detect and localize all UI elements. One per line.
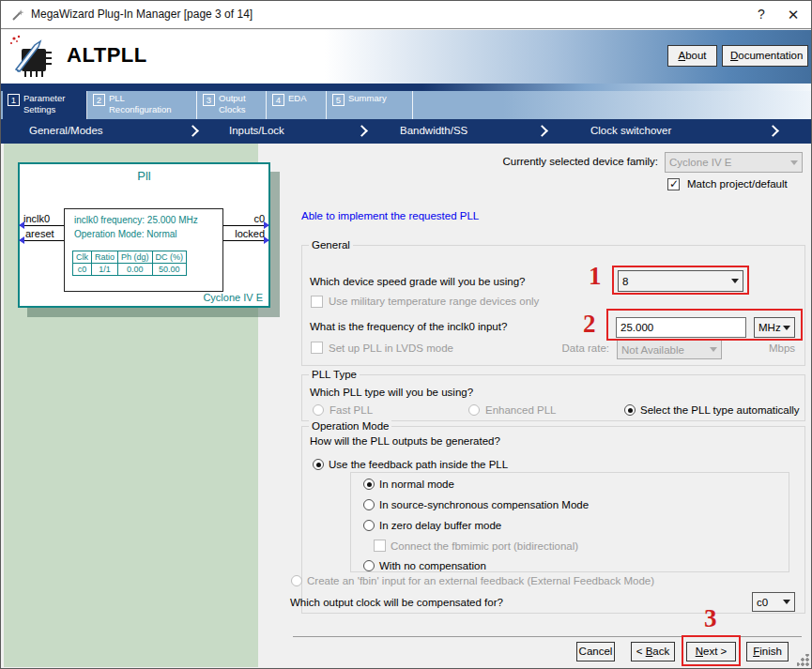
pll-instance-name: Pll	[20, 169, 268, 183]
normal-mode-label: In normal mode	[379, 479, 454, 490]
fbin-radio	[291, 575, 302, 586]
speed-grade-question: Which device speed grade will you be usi…	[310, 276, 526, 287]
enhanced-pll-label: Enhanced PLL	[485, 404, 556, 416]
feedback-path-radio[interactable]	[313, 459, 324, 470]
clock-table: Clk Ratio Ph (dg) DC (%) c0 1/1 0.00 50.…	[72, 251, 187, 276]
annotation-number-1: 1	[589, 262, 602, 291]
mode-line: Operation Mode: Normal	[74, 229, 177, 239]
content-area: Pll inclk0 areset c0 locked inclk0 frequ…	[1, 144, 812, 669]
crumb-general-modes[interactable]: General/Modes	[29, 125, 103, 136]
breadcrumb: General/Modes Inputs/Lock Bandwidth/SS C…	[1, 119, 811, 144]
enhanced-pll-radio	[468, 404, 480, 416]
device-family-label: Currently selected device family:	[470, 156, 658, 167]
data-rate-label: Data rate:	[527, 342, 609, 354]
operation-mode-question: How will the PLL outputs be generated?	[310, 435, 500, 447]
pll-type-question: Which PLL type will you be using?	[310, 387, 473, 398]
window-title: MegaWizard Plug-In Manager [page 3 of 14…	[31, 8, 253, 21]
banner: ALTPLL About Documentation	[1, 30, 811, 84]
port-inclk0: inclk0	[23, 213, 50, 224]
wire	[223, 225, 268, 226]
pll-block-diagram: Pll inclk0 areset c0 locked inclk0 frequ…	[18, 162, 270, 308]
annotation-number-3: 3	[704, 604, 717, 633]
general-legend: General	[309, 239, 353, 251]
no-compensation-label: With no compensation	[379, 560, 486, 571]
chevron-down-icon	[790, 160, 798, 165]
chevron-down-icon	[710, 347, 717, 352]
tab-output-clocks[interactable]: 3Output Clocks	[198, 91, 267, 119]
tab-eda[interactable]: 4EDA	[268, 91, 327, 119]
arrowhead-icon	[19, 221, 24, 229]
fast-pll-label: Fast PLL	[329, 404, 373, 416]
match-project-checkbox[interactable]	[667, 178, 680, 190]
source-sync-label: In source-synchronous compensation Mode	[379, 499, 589, 510]
inclk0-frequency-question: What is the frequency of the inclk0 inpu…	[310, 321, 507, 332]
wizard-tabs: 1Parameter Settings 2PLL Reconfiguration…	[1, 91, 811, 119]
annotation-box-1	[612, 266, 749, 295]
port-locked: locked	[235, 228, 265, 239]
match-project-label: Match project/default	[687, 178, 788, 190]
annotation-box-2	[606, 309, 803, 341]
military-temp-label: Use military temperature range devices o…	[329, 296, 539, 307]
tab-parameter-settings[interactable]: 1Parameter Settings	[3, 91, 87, 119]
data-rate-unit: Mbps	[769, 342, 795, 354]
auto-pll-type-radio[interactable]	[624, 404, 636, 416]
pll-info-box: inclk0 frequency: 25.000 MHz Operation M…	[64, 208, 223, 292]
documentation-button[interactable]: Documentation	[722, 45, 808, 67]
freq-line: inclk0 frequency: 25.000 MHz	[74, 215, 198, 225]
fbin-label: Create an 'fbin' input for an external f…	[307, 575, 654, 586]
annotation-box-3	[682, 635, 741, 666]
data-rate-select: Not Available	[617, 340, 722, 359]
pll-type-legend: PLL Type	[309, 369, 360, 380]
title-bar: MegaWizard Plug-In Manager [page 3 of 14…	[1, 1, 811, 29]
wizard-wand-icon	[10, 8, 25, 23]
lvds-mode-checkbox	[311, 342, 323, 354]
status-message: Able to implement the requested PLL	[301, 210, 479, 221]
arrowhead-icon	[19, 236, 24, 244]
about-button[interactable]: About	[667, 45, 717, 67]
diagram-device-family: Cyclone IV E	[203, 292, 263, 303]
crumb-bandwidth-ss[interactable]: Bandwidth/SS	[400, 125, 467, 136]
lvds-mode-label: Set up PLL in LVDS mode	[329, 342, 453, 354]
annotation-number-2: 2	[583, 310, 596, 339]
fbmimic-label: Connect the fbmimic port (bidirectional)	[391, 540, 578, 552]
table-row: c0 1/1 0.00 50.00	[73, 264, 187, 276]
chevron-right-icon	[187, 125, 199, 137]
port-areset: areset	[25, 228, 54, 239]
altpll-logo-icon	[8, 34, 54, 79]
fbmimic-checkbox	[374, 540, 386, 552]
arrowhead-icon	[264, 236, 269, 244]
preview-panel: Pll inclk0 areset c0 locked inclk0 frequ…	[4, 144, 258, 667]
operation-mode-legend: Operation Mode	[309, 420, 391, 432]
chevron-right-icon	[356, 125, 368, 137]
zero-delay-label: In zero delay buffer mode	[379, 520, 501, 531]
chevron-down-icon	[783, 600, 790, 604]
feedback-path-label: Use the feedback path inside the PLL	[329, 459, 508, 470]
megawizard-dialog: MegaWizard Plug-In Manager [page 3 of 14…	[0, 0, 812, 669]
help-button[interactable]: ?	[745, 1, 777, 28]
crumb-inputs-lock[interactable]: Inputs/Lock	[229, 125, 284, 136]
crumb-clock-switchover[interactable]: Clock switchover	[590, 125, 671, 136]
zero-delay-radio[interactable]	[363, 520, 375, 531]
wire	[20, 225, 64, 226]
chevron-right-icon	[536, 125, 548, 137]
normal-mode-radio[interactable]	[363, 479, 375, 490]
megafunction-name: ALTPLL	[67, 43, 147, 68]
auto-pll-type-label: Select the PLL type automatically	[640, 404, 800, 416]
tab-pll-reconfiguration[interactable]: 2PLL Reconfiguration	[88, 91, 197, 119]
chevron-right-icon	[767, 125, 779, 137]
no-compensation-radio[interactable]	[363, 560, 375, 571]
tab-summary[interactable]: 5Summary	[328, 91, 413, 119]
wire	[20, 240, 64, 241]
finish-button[interactable]: Finish	[746, 642, 789, 661]
device-family-select: Cyclone IV E	[665, 152, 803, 173]
wire	[223, 240, 268, 241]
arrowhead-icon	[264, 221, 269, 229]
compensated-clock-question: Which output clock will be compensated f…	[290, 597, 503, 608]
resize-grip[interactable]	[797, 654, 809, 666]
fast-pll-radio	[313, 404, 324, 416]
compensated-clock-select[interactable]: c0	[752, 592, 795, 612]
source-sync-radio[interactable]	[363, 499, 375, 510]
back-button[interactable]: < Back	[631, 642, 675, 661]
close-button[interactable]: ✕	[777, 1, 809, 28]
cancel-button[interactable]: Cancel	[576, 642, 615, 661]
